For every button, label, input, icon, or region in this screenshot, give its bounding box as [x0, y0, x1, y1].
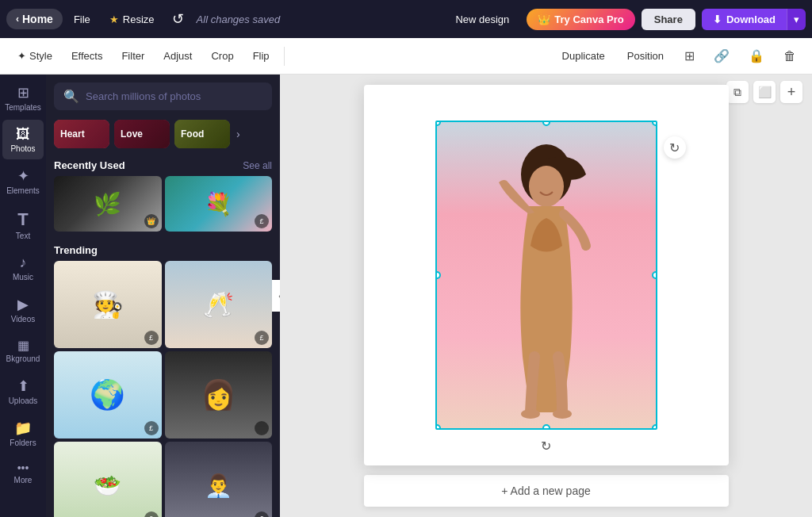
handle-bottom-right[interactable]: [652, 424, 657, 430]
sidebar-item-uploads[interactable]: ⬆ Uploads: [2, 371, 44, 412]
templates-icon: ⊞: [17, 84, 29, 101]
sidebar-item-videos[interactable]: ▶ Videos: [2, 289, 44, 330]
trending-title: Trending: [54, 244, 98, 256]
rotate-handle-right[interactable]: ↻: [664, 136, 686, 159]
handle-middle-right[interactable]: [652, 271, 657, 279]
canvas-toolbar-top: ⧉ ⬜ +: [726, 81, 802, 103]
sidebar-item-folders[interactable]: 📁 Folders: [2, 413, 44, 454]
lock-icon-button[interactable]: 🔒: [742, 44, 771, 67]
folders-icon: 📁: [14, 419, 32, 437]
download-chevron-button[interactable]: ▾: [787, 9, 806, 30]
add-page-bar[interactable]: + Add a new page: [364, 475, 729, 507]
search-area: 🔍: [46, 75, 280, 115]
more-icon: •••: [17, 461, 29, 474]
recently-used-grid: 🌿 👑 💐 £: [46, 176, 280, 239]
sidebar-label-folders: Folders: [10, 438, 36, 447]
file-menu[interactable]: File: [66, 10, 98, 29]
category-food[interactable]: Food: [174, 120, 230, 148]
trending-image-4[interactable]: 👩: [165, 351, 273, 438]
sidebar-item-elements[interactable]: ✦ Elements: [2, 161, 44, 201]
search-input[interactable]: [86, 90, 262, 102]
canvas-duplicate-button[interactable]: ⬜: [753, 81, 776, 103]
music-icon: ♪: [20, 255, 27, 271]
sidebar-label-more: More: [14, 476, 33, 484]
trending-image-5[interactable]: 🥗 £: [54, 442, 162, 517]
sidebar-item-background[interactable]: ▦ Bkground: [2, 331, 44, 370]
home-button[interactable]: ‹ Home: [6, 9, 63, 29]
share-button[interactable]: Share: [642, 9, 695, 30]
recent-image-2[interactable]: 💐 £: [165, 176, 273, 232]
download-icon: ⬇: [713, 13, 722, 25]
trending-image-3[interactable]: 🌍 £: [54, 351, 162, 438]
sidebar: ⊞ Templates 🖼 Photos ✦ Elements T Text ♪…: [0, 75, 46, 517]
trending-image-6[interactable]: 👨‍💼 £: [165, 442, 273, 517]
selected-image-container[interactable]: ↻ ↻: [435, 121, 657, 430]
recent-image-1[interactable]: 🌿 👑: [54, 176, 162, 232]
effects-button[interactable]: Effects: [63, 46, 111, 66]
selected-image: [435, 121, 657, 430]
grid-icon-button[interactable]: ⊞: [678, 44, 701, 67]
search-box[interactable]: 🔍: [54, 82, 272, 110]
sidebar-item-music[interactable]: ♪ Music: [2, 248, 44, 288]
toolbar: ✦ Style Effects Filter Adjust Crop Flip …: [0, 38, 812, 75]
handle-bottom-middle[interactable]: [542, 424, 550, 430]
category-love[interactable]: Love: [114, 120, 170, 148]
recent-badge-2: £: [255, 214, 269, 228]
trending-image-1[interactable]: 🧑‍🍳 £: [54, 261, 162, 348]
rotate-handle-bottom[interactable]: ↻: [541, 438, 551, 454]
sidebar-item-text[interactable]: T Text: [2, 203, 44, 247]
uploads-icon: ⬆: [17, 377, 29, 395]
collapse-panel-handle[interactable]: ‹: [272, 280, 280, 312]
trending-badge-3: £: [144, 421, 159, 435]
download-button[interactable]: ⬇ Download: [702, 9, 787, 30]
star-icon: ★: [109, 13, 119, 25]
recently-used-header: Recently Used See all: [46, 155, 280, 176]
filter-button[interactable]: Filter: [113, 46, 152, 66]
handle-bottom-left[interactable]: [435, 424, 441, 430]
text-icon: T: [17, 209, 28, 230]
background-icon: ▦: [17, 338, 29, 353]
canvas-area: ⧉ ⬜ +: [280, 75, 812, 517]
link-icon-button[interactable]: 🔗: [707, 44, 736, 67]
home-label: Home: [22, 13, 53, 25]
see-all-link[interactable]: See all: [243, 160, 272, 171]
toolbar-divider: [284, 47, 285, 66]
toolbar-right: Duplicate Position ⊞ 🔗 🔒 🗑: [554, 44, 802, 67]
style-button[interactable]: ✦ Style: [10, 46, 60, 66]
adjust-button[interactable]: Adjust: [155, 46, 200, 66]
position-button[interactable]: Position: [619, 46, 672, 66]
delete-icon-button[interactable]: 🗑: [777, 45, 802, 67]
flip-button[interactable]: Flip: [245, 46, 278, 66]
download-group: ⬇ Download ▾: [702, 9, 806, 30]
sidebar-item-templates[interactable]: ⊞ Templates: [2, 78, 44, 118]
sidebar-label-templates: Templates: [5, 103, 41, 112]
duplicate-button[interactable]: Duplicate: [554, 46, 613, 66]
category-arrow[interactable]: ›: [236, 128, 240, 140]
category-heart[interactable]: Heart: [54, 120, 109, 148]
sidebar-label-text: Text: [16, 232, 30, 240]
crop-button[interactable]: Crop: [203, 46, 241, 66]
try-pro-button[interactable]: 👑 Try Canva Pro: [527, 9, 634, 30]
canvas-add-button[interactable]: +: [780, 81, 802, 103]
svg-point-1: [529, 166, 564, 207]
trending-badge-2: £: [255, 331, 269, 345]
crown-icon: 👑: [538, 13, 550, 25]
trending-header: Trending: [46, 239, 280, 261]
chevron-left-icon: ‹: [16, 13, 19, 25]
canvas-copy-button[interactable]: ⧉: [726, 81, 749, 103]
videos-icon: ▶: [17, 296, 29, 313]
recent-badge-1: 👑: [144, 214, 159, 228]
sidebar-item-more[interactable]: ••• More: [2, 455, 44, 491]
resize-menu[interactable]: ★ Resize: [102, 10, 163, 29]
new-design-button[interactable]: New design: [444, 9, 520, 30]
search-icon: 🔍: [63, 89, 79, 104]
sidebar-label-uploads: Uploads: [9, 396, 38, 405]
category-heart-label: Heart: [54, 128, 91, 140]
undo-button[interactable]: ↺: [166, 6, 190, 32]
photo-panel: 🔍 Heart Love Food › Recently Used See al: [46, 75, 280, 517]
sidebar-label-elements: Elements: [6, 186, 40, 195]
photos-icon: 🖼: [16, 126, 30, 143]
trending-image-2[interactable]: 🥂 £: [165, 261, 273, 348]
sidebar-item-photos[interactable]: 🖼 Photos: [2, 120, 44, 159]
top-nav: ‹ Home File ★ Resize ↺ All changes saved…: [0, 0, 812, 38]
